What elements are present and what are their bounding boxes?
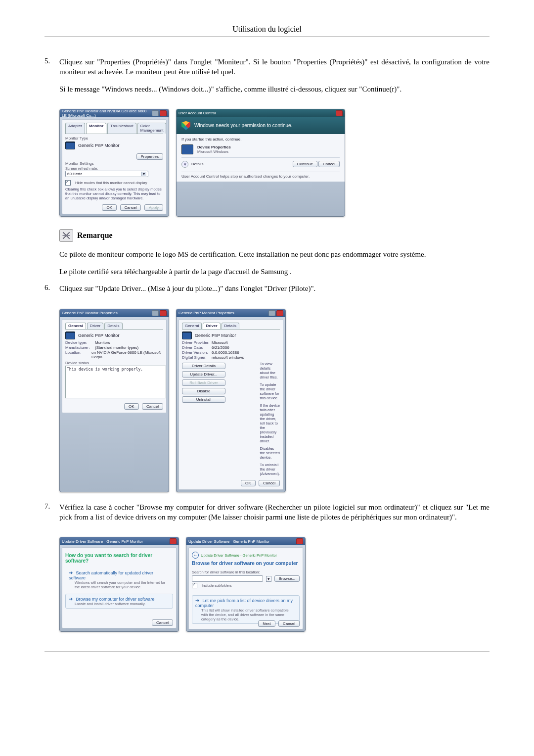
cancel-button[interactable]: Cancel [259,480,280,486]
cancel-button[interactable]: Cancel [142,403,163,410]
option-browse-desc: Locate and install driver software manua… [75,602,170,606]
monitor-icon [65,142,75,149]
arrow-right-icon: ➔ [195,598,199,603]
window-title: Generic PnP Monitor and NVIDIA GeForce 6… [62,109,151,118]
option-auto-title: Search automatically for updated driver … [69,570,153,580]
driver-details-desc: To view details about the driver files. [260,362,280,379]
close-icon[interactable] [160,310,167,316]
remarque-p1: Ce pilote de moniteur comporte le logo M… [59,249,490,259]
tab-driver[interactable]: Driver [203,323,220,329]
wizard-heading: Browse for driver software on your compu… [192,561,300,566]
window-title: Generic PnP Monitor Properties [62,311,118,315]
apply-button[interactable]: Apply [144,204,163,211]
hide-modes-note: Clearing this check box allows you to se… [65,187,163,200]
uac-window: User Account Control Windows needs your … [176,109,345,217]
device-properties-general: Generic PnP Monitor Properties General D… [59,309,169,492]
option-browse-title: Browse my computer for driver software [76,597,155,602]
uninstall-desc: To uninstall the driver (Advanced). [260,463,280,476]
next-button[interactable]: Next [258,620,275,627]
page-title: Utilisation du logiciel [44,25,490,34]
remarque-label: Remarque [77,231,113,240]
ok-button[interactable]: OK [124,403,139,410]
close-icon[interactable] [170,538,177,544]
include-subfolders-checkbox[interactable] [192,583,197,588]
refresh-rate-value: 60 Hertz [67,172,82,176]
update-driver-wizard-browse: Update Driver Software - Generic PnP Mon… [186,537,306,632]
option-let-me-pick[interactable]: ➔ Let me pick from a list of device driv… [192,595,300,624]
arrow-right-icon: ➔ [69,570,73,575]
search-location-label: Search for driver software in this locat… [192,570,300,574]
date-val: 6/21/2006 [212,345,229,350]
close-icon[interactable] [276,310,283,316]
help-icon[interactable] [268,310,275,316]
location-val: on NVIDIA GeForce 6600 LE (Microsoft Cor… [91,350,163,359]
tab-adapter[interactable]: Adapter [65,123,85,134]
monitor-name: Generic PnP Monitor [195,333,236,338]
wizard-heading: How do you want to search for driver sof… [65,553,173,564]
continue-button[interactable]: Continue [293,161,317,167]
uac-if-you-started: If you started this action, continue. [181,137,340,142]
disable-desc: Disables the selected device. [260,446,280,460]
device-properties-driver: Generic PnP Monitor Properties General D… [176,309,286,492]
tab-general[interactable]: General [182,323,202,329]
uninstall-button[interactable]: Uninstall [182,396,225,403]
properties-button[interactable]: Properties [136,153,163,160]
uac-details-toggle[interactable]: Details [191,162,203,166]
version-val: 6.0.6000.16386 [212,350,239,355]
cancel-button[interactable]: Cancel [120,204,141,211]
tab-troubleshoot[interactable]: Troubleshoot [107,123,136,134]
wizard-breadcrumb: Update Driver Software - Generic PnP Mon… [201,553,277,558]
cancel-button[interactable]: Cancel [278,620,300,627]
close-icon[interactable] [160,110,167,116]
driver-details-button[interactable]: Driver Details [182,363,225,369]
close-icon[interactable] [296,538,303,544]
update-driver-button[interactable]: Update Driver... [182,371,225,378]
chevron-down-icon[interactable]: ▾ [266,576,271,582]
cancel-button[interactable]: Cancel [152,619,173,626]
back-arrow-icon[interactable]: ← [192,552,199,559]
uac-permission-text: Windows needs your permission to continu… [194,123,292,128]
monitor-name: Generic PnP Monitor [78,143,119,148]
uac-footer-note: User Account Control helps stop unauthor… [181,172,340,179]
step5-para2: Si le message "Windows needs... (Windows… [59,84,490,94]
window-title: Generic PnP Monitor Properties [178,311,234,315]
provider-key: Driver Provider: [182,340,212,345]
devtype-key: Device type: [65,340,95,345]
tab-color[interactable]: Color Management [137,123,167,134]
option-browse[interactable]: ➔ Browse my computer for driver software… [65,594,173,609]
tab-details[interactable]: Details [222,323,239,329]
minimize-icon[interactable] [152,110,159,116]
chevron-down-icon[interactable]: ▾ [181,161,188,168]
step7-para1: Vérifiez la case à cocher "Browse my com… [59,502,490,522]
tab-general[interactable]: General [65,323,86,329]
location-input[interactable] [192,575,263,582]
step-number-5: 5. [44,57,59,101]
device-status-text [65,366,166,398]
remarque-p2: Le pilote certifié sera téléchargeable à… [59,267,490,277]
signer-key: Digital Signer: [182,355,212,360]
hide-modes-label: Hide modes that this monitor cannot disp… [75,181,147,185]
tab-details[interactable]: Details [104,323,122,329]
tab-driver[interactable]: Driver [87,323,103,329]
ok-button[interactable]: OK [241,480,256,486]
option-auto-search[interactable]: ➔ Search automatically for updated drive… [65,567,173,592]
window-title: Update Driver Software - Generic PnP Mon… [62,539,143,544]
help-icon[interactable] [152,310,159,316]
step5-para1: Cliquez sur "Properties (Propriétés)" da… [59,57,490,77]
monitor-properties-window: Generic PnP Monitor and NVIDIA GeForce 6… [59,109,169,217]
ok-button[interactable]: OK [102,204,117,211]
tab-monitor[interactable]: Monitor [86,123,106,134]
browse-button[interactable]: Browse... [274,575,300,582]
disable-button[interactable]: Disable [182,388,225,394]
step-number-6: 6. [44,284,59,300]
cancel-button[interactable]: Cancel [318,161,340,167]
monitor-icon [181,144,193,154]
close-icon[interactable] [336,110,343,116]
refresh-rate-select[interactable]: 60 Hertz ▾ [65,171,148,177]
version-key: Driver Version: [182,350,212,355]
date-key: Driver Date: [182,345,212,350]
hide-modes-checkbox[interactable] [65,180,71,186]
rollback-driver-button[interactable]: Roll Back Driver [182,379,225,386]
step-number-7: 7. [44,502,59,529]
monitor-icon [65,331,75,339]
